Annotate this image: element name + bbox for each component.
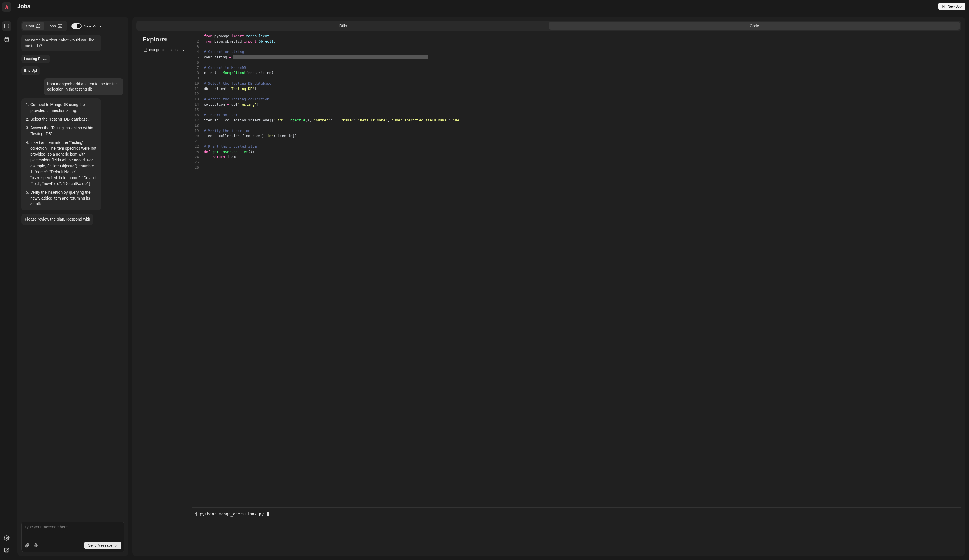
file-name: mongo_operations.py (149, 48, 184, 52)
terminal-icon (57, 23, 63, 28)
tab-jobs[interactable]: Jobs (44, 22, 66, 30)
terminal[interactable]: $ python3 mongo_operations.py (192, 507, 961, 552)
chat-jobs-tabs: Chat Jobs (21, 21, 67, 32)
explorer-title: Explorer (142, 36, 190, 43)
rail-settings[interactable] (2, 533, 12, 543)
tab-diffs[interactable]: Diffs (137, 22, 549, 30)
composer: Send Message (21, 522, 125, 552)
enter-icon (114, 544, 118, 547)
send-button[interactable]: Send Message (84, 542, 122, 549)
toggle-switch[interactable] (72, 23, 82, 29)
plan-item: Verify the insertion by querying the new… (30, 189, 97, 207)
tab-chat[interactable]: Chat (22, 22, 44, 30)
svg-point-3 (6, 537, 7, 539)
svg-rect-11 (35, 543, 37, 546)
chat-panel: Chat Jobs Safe Mode My name is (17, 17, 128, 556)
plan-item: Select the 'Testing_DB' database. (30, 116, 97, 122)
msg-loading: Loading Env... (21, 55, 50, 63)
safe-mode-toggle[interactable]: Safe Mode (72, 23, 102, 29)
new-job-button[interactable]: New Job (939, 3, 965, 10)
rail-panels[interactable] (2, 21, 12, 31)
user-icon (4, 547, 10, 553)
mic-button[interactable] (33, 543, 38, 548)
file-icon (143, 48, 148, 52)
plus-circle-icon (942, 5, 946, 8)
terminal-caret (266, 512, 269, 516)
code-panel: Diffs Code Explorer mongo_operations.py … (132, 17, 965, 556)
svg-rect-0 (5, 24, 9, 28)
rail-database[interactable] (2, 35, 12, 44)
rail-profile[interactable] (2, 545, 12, 555)
msg-env-up: Env Up! (21, 66, 40, 75)
gear-icon (4, 535, 10, 541)
plan-item: Connect to MongoDB using the provided co… (30, 102, 97, 113)
terminal-cmd: python3 mongo_operations.py (200, 512, 264, 516)
app-logo[interactable] (2, 2, 12, 12)
new-job-label: New Job (947, 4, 962, 8)
header: Jobs New Job (13, 0, 969, 13)
nav-rail (0, 0, 13, 560)
file-explorer: Explorer mongo_operations.py (136, 33, 192, 552)
logo-icon (4, 4, 10, 10)
paperclip-icon (24, 543, 30, 548)
code-editor[interactable]: 1234567891011121314151617181920212223242… (192, 33, 961, 507)
tab-code[interactable]: Code (549, 22, 960, 30)
msg-review: Please review the plan. Respond with (21, 214, 93, 225)
chat-scroll[interactable]: My name is Ardent. What would you like m… (21, 35, 125, 519)
msg-greeting: My name is Ardent. What would you like m… (21, 35, 101, 51)
attach-button[interactable] (24, 543, 30, 548)
code-tabs: Diffs Code (136, 21, 961, 31)
plan-item: Insert an item into the 'Testing' collec… (30, 140, 97, 187)
plan-block: Connect to MongoDB using the provided co… (21, 98, 101, 211)
page-title: Jobs (17, 3, 30, 10)
plan-item: Access the 'Testing' collection within '… (30, 125, 97, 137)
terminal-prompt: $ (195, 512, 197, 516)
svg-point-5 (6, 549, 7, 550)
message-input[interactable] (24, 525, 122, 533)
svg-rect-4 (5, 548, 9, 552)
mic-icon (33, 543, 38, 548)
chat-bubble-icon (36, 23, 41, 28)
database-icon (4, 37, 10, 42)
file-item[interactable]: mongo_operations.py (142, 47, 190, 52)
panels-icon (4, 23, 10, 29)
svg-point-2 (5, 37, 8, 39)
safe-mode-label: Safe Mode (84, 24, 102, 28)
msg-user-req: from mongodb add an item to the testing … (44, 78, 123, 95)
